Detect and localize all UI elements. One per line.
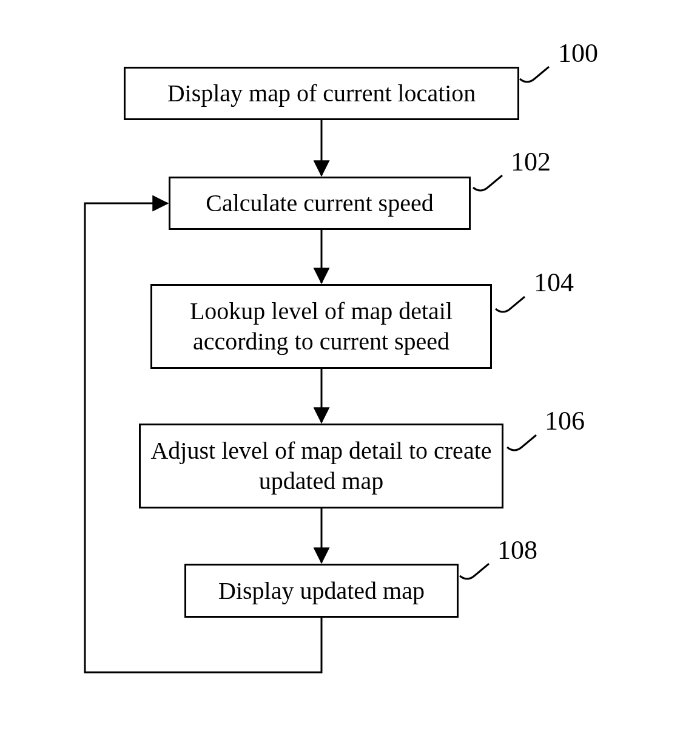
node-text: Calculate current speed — [206, 188, 433, 218]
flow-node-102: Calculate current speed — [169, 177, 471, 230]
flow-node-100: Display map of current location — [124, 67, 519, 120]
leader-104 — [496, 297, 525, 312]
node-label-108: 108 — [497, 535, 537, 566]
leader-106 — [507, 435, 536, 450]
flow-node-106: Adjust level of map detail to create upd… — [139, 424, 503, 508]
node-text: Lookup level of map detail according to … — [162, 296, 480, 357]
leader-100 — [520, 67, 549, 82]
flow-node-104: Lookup level of map detail according to … — [150, 284, 492, 369]
node-label-104: 104 — [534, 267, 574, 298]
leader-108 — [460, 564, 489, 579]
node-label-102: 102 — [511, 146, 551, 177]
node-text: Display map of current location — [167, 78, 476, 109]
node-label-100: 100 — [558, 38, 598, 69]
leader-102 — [473, 175, 502, 191]
flow-node-108: Display updated map — [184, 564, 459, 618]
node-label-106: 106 — [545, 405, 585, 436]
node-text: Adjust level of map detail to create upd… — [150, 436, 492, 496]
node-text: Display updated map — [218, 576, 425, 606]
